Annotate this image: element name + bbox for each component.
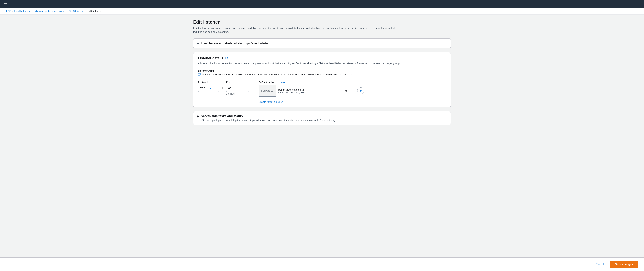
form-row: Protocol TCP ▼ : Port 1-65535 Default ac…	[198, 81, 446, 103]
listener-details-info-link[interactable]: Info	[225, 57, 229, 60]
load-balancer-section-header[interactable]: ▶ Load balancer details: nlb-from-ipv4-t…	[193, 38, 451, 48]
protocol-value: TCP	[200, 87, 208, 90]
server-tasks-collapse-icon: ▶	[197, 115, 199, 118]
breadcrumb-ec2[interactable]: EC2	[6, 10, 11, 12]
arn-value: arn:aws:elasticloadbalancing:us-west-2:4…	[202, 73, 352, 76]
protocol-badge: TCP	[344, 90, 348, 92]
breadcrumb-sep-4: ›	[86, 10, 86, 12]
protocol-form-group: Protocol TCP ▼	[198, 81, 219, 92]
external-link-icon: ↗	[281, 101, 283, 103]
page-description: Edit the listeners of your Network Load …	[193, 26, 405, 34]
listener-details-title-row: Listener details Info	[198, 56, 446, 60]
forward-to-label: Forward to	[261, 89, 273, 92]
hamburger-menu[interactable]: ☰	[3, 1, 8, 7]
load-balancer-section: ▶ Load balancer details: nlb-from-ipv4-t…	[193, 38, 451, 48]
cancel-button[interactable]: Cancel	[592, 261, 607, 267]
breadcrumb-current: Edit listener	[88, 10, 101, 12]
arn-value-row: arn:aws:elasticloadbalancing:us-west-2:4…	[198, 73, 446, 76]
breadcrumb-load-balancers[interactable]: Load balancers	[14, 10, 31, 12]
breadcrumb-sep-3: ›	[66, 10, 66, 12]
load-balancer-name: nlb-from-ipv4-to-dual-stack	[234, 42, 271, 45]
default-action-label-row: Default action | Info	[258, 81, 446, 84]
server-tasks-header[interactable]: ▶ Server-side tasks and status After com…	[193, 111, 451, 125]
load-balancer-section-title: Load balancer details:	[201, 42, 234, 45]
port-hint: 1-65535	[226, 92, 249, 95]
target-group-name: ipv6-private-instance-tg	[278, 88, 339, 91]
refresh-icon: ↻	[360, 89, 362, 92]
copy-arn-icon[interactable]	[198, 73, 201, 76]
protocol-badge-box[interactable]: TCP ▼	[342, 85, 354, 97]
server-tasks-title: Server-side tasks and status	[201, 114, 243, 118]
bottom-bar: Cancel Save changes	[0, 257, 644, 271]
port-form-group: Port 1-65535	[226, 81, 249, 95]
breadcrumb: EC2 › Load balancers › nlb-from-ipv4-to-…	[0, 8, 644, 15]
top-nav: ☰	[0, 0, 644, 8]
create-target-label: Create target group	[258, 100, 280, 103]
port-label: Port	[226, 81, 249, 84]
forward-to-container: Forward to ipv6-private-instance-tg Targ…	[258, 85, 354, 97]
create-target-group-link[interactable]: Create target group ↗	[258, 100, 283, 103]
svg-rect-0	[198, 74, 200, 75]
breadcrumb-sep-1: ›	[12, 10, 13, 12]
default-action-info-link[interactable]: Info	[280, 81, 285, 84]
red-border-wrapper: ipv6-private-instance-tg Target type: In…	[276, 85, 354, 97]
server-tasks-description: After completing and submitting the abov…	[202, 119, 447, 122]
protocol-dropdown-arrow-icon: ▼	[209, 87, 217, 90]
forward-to-box: Forward to	[258, 85, 275, 97]
breadcrumb-nlb[interactable]: nlb-from-ipv4-to-dual-stack	[34, 10, 64, 12]
default-action-group: Default action | Info Forward to ipv6-pr…	[258, 81, 446, 103]
server-tasks-title-row: ▶ Server-side tasks and status	[197, 114, 447, 118]
refresh-button[interactable]: ↻	[357, 87, 364, 94]
create-target-row: Create target group ↗	[258, 99, 446, 103]
default-action-label: Default action	[258, 81, 275, 84]
server-tasks-card: ▶ Server-side tasks and status After com…	[193, 111, 451, 125]
listener-details-card: Listener details Info A listener checks …	[193, 52, 451, 107]
page-title: Edit listener	[193, 19, 451, 25]
main-content: Edit listener Edit the listeners of your…	[187, 15, 457, 148]
arn-label: Listener ARN	[198, 69, 446, 72]
protocol-select[interactable]: TCP ▼	[198, 85, 219, 92]
listener-details-description: A listener checks for connection request…	[198, 61, 446, 65]
target-group-type: Target type: Instance, IPv6	[278, 91, 339, 94]
breadcrumb-sep-2: ›	[32, 10, 33, 12]
colon-separator: :	[222, 86, 223, 90]
protocol-label: Protocol	[198, 81, 219, 84]
target-group-dropdown[interactable]: ipv6-private-instance-tg Target type: In…	[276, 85, 342, 97]
port-input[interactable]	[226, 85, 249, 92]
listener-details-title: Listener details	[198, 56, 224, 60]
save-changes-button[interactable]: Save changes	[610, 261, 638, 268]
protocol-badge-dropdown-arrow-icon: ▼	[350, 90, 352, 92]
breadcrumb-tcp-listener[interactable]: TCP:80 listener	[67, 10, 85, 12]
action-control-row: Forward to ipv6-private-instance-tg Targ…	[258, 85, 446, 97]
collapse-triangle-icon: ▶	[197, 42, 199, 45]
